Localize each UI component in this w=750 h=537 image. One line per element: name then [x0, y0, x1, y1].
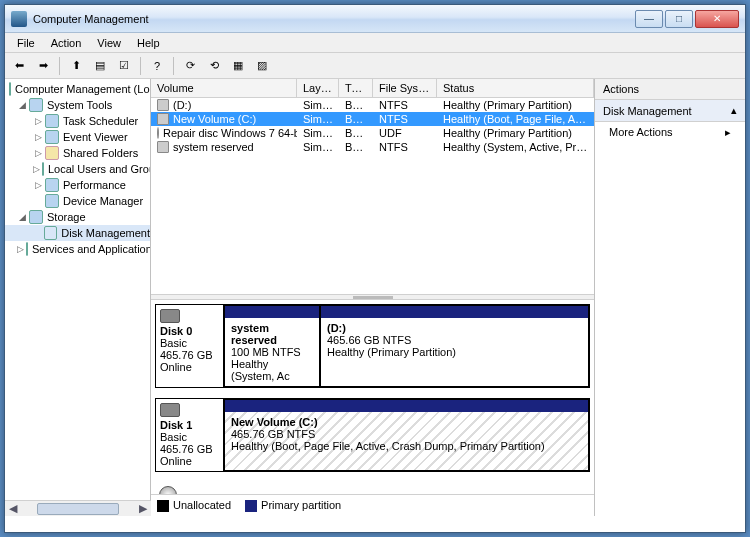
- chevron-up-icon: ▴: [731, 104, 737, 117]
- tree-task-scheduler[interactable]: ▷Task Scheduler: [5, 113, 150, 129]
- legend-unallocated: Unallocated: [157, 499, 231, 512]
- tree-performance[interactable]: ▷Performance: [5, 177, 150, 193]
- disk-icon: [160, 403, 180, 417]
- back-button[interactable]: ⬅: [9, 56, 29, 76]
- rescan-button[interactable]: ⟲: [204, 56, 224, 76]
- col-volume[interactable]: Volume: [151, 79, 297, 97]
- view-top-button[interactable]: ▦: [228, 56, 248, 76]
- volume-row[interactable]: system reservedSimpleBasicNTFSHealthy (S…: [151, 140, 594, 154]
- cdrom-icon: [157, 127, 159, 139]
- tree-root[interactable]: Computer Management (Local: [5, 81, 150, 97]
- disk-1-header[interactable]: Disk 1 Basic 465.76 GB Online: [156, 399, 224, 471]
- expand-icon[interactable]: ▷: [33, 132, 43, 142]
- expand-icon[interactable]: ▷: [33, 164, 40, 174]
- partition-system-reserved[interactable]: system reserved100 MB NTFSHealthy (Syste…: [224, 305, 320, 387]
- disk-map[interactable]: Disk 0 Basic 465.76 GB Online system res…: [151, 300, 594, 494]
- menubar: File Action View Help: [5, 33, 745, 53]
- volume-row[interactable]: New Volume (C:)SimpleBasicNTFSHealthy (B…: [151, 112, 594, 126]
- legend-primary: Primary partition: [245, 499, 341, 512]
- partition-bar: [225, 306, 319, 318]
- tree-local-users[interactable]: ▷Local Users and Groups: [5, 161, 150, 177]
- tree-disk-management[interactable]: Disk Management: [5, 225, 150, 241]
- close-button[interactable]: ✕: [695, 10, 739, 28]
- device-icon: [45, 194, 59, 208]
- cdrom-0-header[interactable]: CD-ROM 0 DVD (E:) No Media: [155, 482, 223, 494]
- partition-d[interactable]: (D:)465.66 GB NTFSHealthy (Primary Parti…: [320, 305, 589, 387]
- collapse-icon[interactable]: ◢: [17, 100, 27, 110]
- col-status[interactable]: Status: [437, 79, 594, 97]
- volume-row[interactable]: Repair disc Windows 7 64-bit (G:)SimpleB…: [151, 126, 594, 140]
- folder-icon: [45, 146, 59, 160]
- disk-1-row[interactable]: Disk 1 Basic 465.76 GB Online New Volume…: [155, 398, 590, 472]
- computer-management-window: Computer Management — □ ✕ File Action Vi…: [4, 4, 746, 533]
- legend: Unallocated Primary partition: [151, 494, 594, 516]
- clock-icon: [45, 114, 59, 128]
- tree-hscroll[interactable]: ◀ ▶: [5, 500, 151, 516]
- app-icon: [11, 11, 27, 27]
- chevron-right-icon: ▸: [725, 126, 731, 139]
- partition-c[interactable]: New Volume (C:)465.76 GB NTFSHealthy (Bo…: [224, 399, 589, 471]
- disk-icon: [44, 226, 57, 240]
- wrench-icon: [29, 98, 43, 112]
- actions-header: Actions: [595, 79, 745, 100]
- volume-list[interactable]: (D:)SimpleBasicNTFSHealthy (Primary Part…: [151, 98, 594, 294]
- menu-help[interactable]: Help: [129, 35, 168, 51]
- help-button[interactable]: ?: [147, 56, 167, 76]
- volume-row[interactable]: (D:)SimpleBasicNTFSHealthy (Primary Part…: [151, 98, 594, 112]
- storage-icon: [29, 210, 43, 224]
- services-icon: [26, 242, 28, 256]
- computer-icon: [9, 82, 11, 96]
- expand-icon[interactable]: ▷: [33, 180, 43, 190]
- tree-event-viewer[interactable]: ▷Event Viewer: [5, 129, 150, 145]
- col-type[interactable]: Type: [339, 79, 373, 97]
- drive-icon: [157, 113, 169, 125]
- perf-icon: [45, 178, 59, 192]
- show-hide-tree-button[interactable]: ▤: [90, 56, 110, 76]
- drive-icon: [157, 99, 169, 111]
- menu-action[interactable]: Action: [43, 35, 90, 51]
- view-bottom-button[interactable]: ▨: [252, 56, 272, 76]
- collapse-icon[interactable]: ◢: [17, 212, 27, 222]
- disk-icon: [160, 309, 180, 323]
- forward-button[interactable]: ➡: [33, 56, 53, 76]
- menu-view[interactable]: View: [89, 35, 129, 51]
- expand-icon[interactable]: ▷: [33, 116, 43, 126]
- cdrom-icon: [159, 486, 177, 494]
- actions-panel: Actions Disk Management▴ More Actions▸: [595, 79, 745, 516]
- minimize-button[interactable]: —: [635, 10, 663, 28]
- titlebar[interactable]: Computer Management — □ ✕: [5, 5, 745, 33]
- partition-bar: [321, 306, 588, 318]
- cdrom-0-row[interactable]: CD-ROM 0 DVD (E:) No Media: [155, 482, 590, 494]
- tree-device-manager[interactable]: Device Manager: [5, 193, 150, 209]
- tree-services[interactable]: ▷Services and Applications: [5, 241, 150, 257]
- tree-shared-folders[interactable]: ▷Shared Folders: [5, 145, 150, 161]
- nav-tree[interactable]: Computer Management (Local ◢System Tools…: [5, 79, 151, 516]
- expand-icon[interactable]: ▷: [33, 148, 43, 158]
- scroll-left-icon[interactable]: ◀: [5, 501, 21, 517]
- tree-system-tools[interactable]: ◢System Tools: [5, 97, 150, 113]
- col-layout[interactable]: Layout: [297, 79, 339, 97]
- properties-button[interactable]: ☑: [114, 56, 134, 76]
- main-panel: Volume Layout Type File System Status (D…: [151, 79, 595, 516]
- event-icon: [45, 130, 59, 144]
- col-filesystem[interactable]: File System: [373, 79, 437, 97]
- toolbar: ⬅ ➡ ⬆ ▤ ☑ ? ⟳ ⟲ ▦ ▨: [5, 53, 745, 79]
- action-more-actions[interactable]: More Actions▸: [595, 122, 745, 143]
- tree-storage[interactable]: ◢Storage: [5, 209, 150, 225]
- partition-bar: [225, 400, 588, 412]
- users-icon: [42, 162, 44, 176]
- up-button[interactable]: ⬆: [66, 56, 86, 76]
- actions-group-disk-management[interactable]: Disk Management▴: [595, 100, 745, 122]
- expand-icon[interactable]: ▷: [17, 244, 24, 254]
- scroll-thumb[interactable]: [37, 503, 119, 515]
- drive-icon: [157, 141, 169, 153]
- window-title: Computer Management: [33, 13, 633, 25]
- maximize-button[interactable]: □: [665, 10, 693, 28]
- disk-0-header[interactable]: Disk 0 Basic 465.76 GB Online: [156, 305, 224, 387]
- disk-0-row[interactable]: Disk 0 Basic 465.76 GB Online system res…: [155, 304, 590, 388]
- scroll-right-icon[interactable]: ▶: [135, 501, 151, 517]
- menu-file[interactable]: File: [9, 35, 43, 51]
- volume-list-header: Volume Layout Type File System Status: [151, 79, 594, 98]
- refresh-button[interactable]: ⟳: [180, 56, 200, 76]
